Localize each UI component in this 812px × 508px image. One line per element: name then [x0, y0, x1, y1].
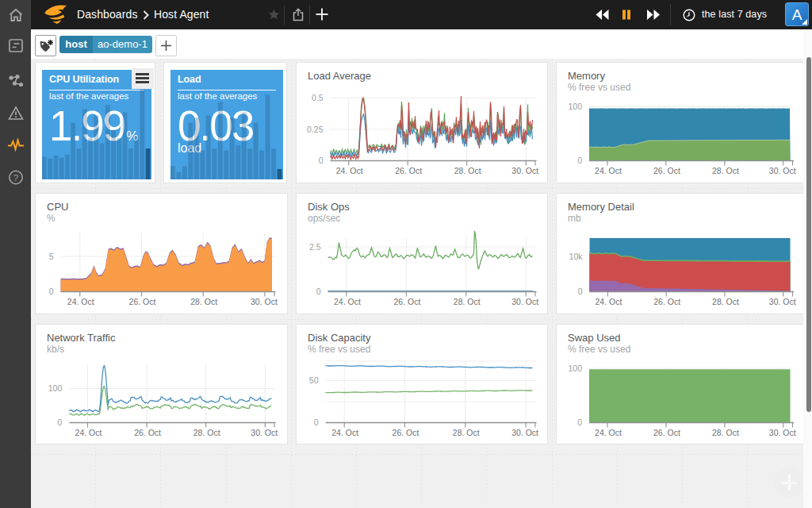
svg-text:28. Oct: 28. Oct — [193, 428, 220, 437]
svg-text:30. Oct: 30. Oct — [511, 166, 538, 175]
svg-text:0: 0 — [316, 287, 321, 296]
svg-text:0: 0 — [57, 418, 62, 427]
svg-text:24. Oct: 24. Oct — [595, 428, 622, 437]
svg-text:5: 5 — [49, 252, 54, 261]
svg-text:?: ? — [13, 173, 17, 183]
svg-text:0: 0 — [319, 156, 324, 165]
svg-text:26. Oct: 26. Oct — [653, 297, 680, 306]
svg-text:26. Oct: 26. Oct — [395, 166, 422, 175]
svg-text:30. Oct: 30. Oct — [511, 297, 538, 306]
svg-text:30. Oct: 30. Oct — [769, 166, 796, 175]
svg-text:24. Oct: 24. Oct — [595, 297, 622, 306]
svg-text:26. Oct: 26. Oct — [129, 297, 156, 306]
svg-text:24. Oct: 24. Oct — [334, 297, 361, 306]
svg-text:0: 0 — [49, 287, 54, 296]
svg-text:28. Oct: 28. Oct — [190, 297, 217, 306]
svg-text:0: 0 — [577, 418, 582, 427]
svg-text:0: 0 — [314, 418, 319, 427]
svg-text:28. Oct: 28. Oct — [454, 297, 481, 306]
svg-text:26. Oct: 26. Oct — [393, 297, 420, 306]
svg-text:30. Oct: 30. Oct — [251, 428, 278, 437]
svg-text:30. Oct: 30. Oct — [769, 428, 796, 437]
svg-text:28. Oct: 28. Oct — [454, 166, 481, 175]
svg-text:28. Oct: 28. Oct — [712, 166, 739, 175]
svg-text:30. Oct: 30. Oct — [251, 297, 278, 306]
svg-text:24. Oct: 24. Oct — [336, 166, 363, 175]
svg-text:28. Oct: 28. Oct — [453, 428, 480, 437]
svg-text:24. Oct: 24. Oct — [595, 166, 622, 175]
svg-text:100: 100 — [568, 364, 582, 373]
svg-text:0: 0 — [578, 287, 583, 296]
svg-text:100: 100 — [48, 383, 63, 393]
svg-text:26. Oct: 26. Oct — [134, 428, 161, 437]
svg-text:26. Oct: 26. Oct — [393, 428, 419, 437]
svg-text:0.5: 0.5 — [312, 93, 324, 102]
svg-text:28. Oct: 28. Oct — [712, 428, 739, 437]
svg-text:50: 50 — [309, 375, 319, 385]
svg-text:26. Oct: 26. Oct — [653, 166, 680, 175]
svg-text:30. Oct: 30. Oct — [511, 428, 538, 437]
svg-text:100: 100 — [568, 102, 582, 111]
svg-text:0: 0 — [577, 156, 582, 165]
svg-text:24. Oct: 24. Oct — [331, 428, 358, 437]
svg-text:24. Oct: 24. Oct — [75, 428, 102, 437]
svg-text:26. Oct: 26. Oct — [653, 428, 680, 437]
svg-text:0.25: 0.25 — [307, 125, 324, 134]
svg-text:10k: 10k — [569, 252, 584, 261]
svg-text:24. Oct: 24. Oct — [67, 297, 94, 306]
svg-text:30. Oct: 30. Oct — [769, 297, 796, 306]
svg-text:28. Oct: 28. Oct — [712, 297, 739, 306]
svg-text:2.5: 2.5 — [309, 242, 321, 252]
